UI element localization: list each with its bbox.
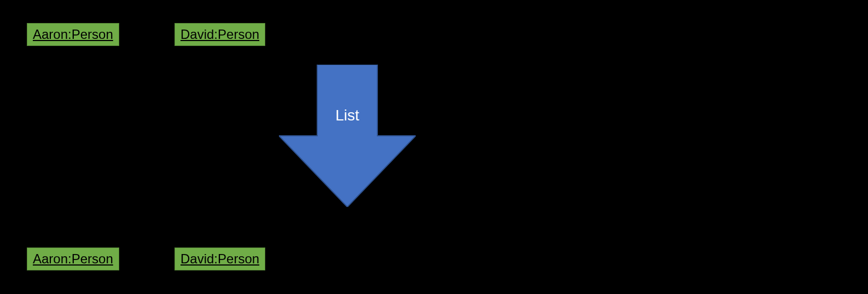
svg-marker-0 [279, 65, 416, 207]
object-box-aaron-bottom: Aaron:Person [27, 247, 119, 270]
object-label: Aaron:Person [33, 27, 113, 42]
object-label: Aaron:Person [33, 251, 113, 266]
object-label: David:Person [180, 27, 259, 42]
object-label: David:Person [180, 251, 259, 266]
diagram-canvas: Aaron:Person David:Person List Aaron:Per… [0, 0, 868, 294]
object-box-david-top: David:Person [174, 23, 265, 46]
object-box-david-bottom: David:Person [174, 247, 265, 270]
object-box-aaron-top: Aaron:Person [27, 23, 119, 46]
arrow-down-icon: List [279, 65, 416, 207]
arrow-label: List [335, 107, 359, 124]
